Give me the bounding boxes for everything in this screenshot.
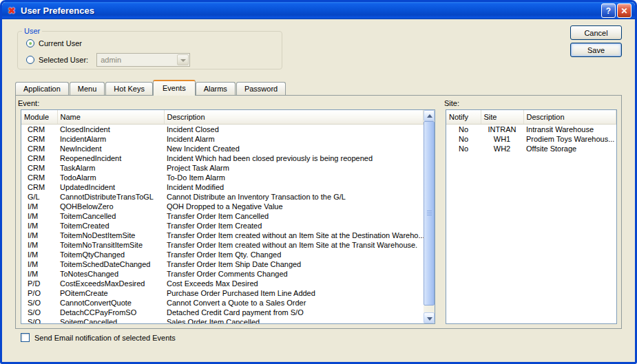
table-row[interactable]: I/MToitemNoTransitItemSiteTransfer Order… [21, 240, 424, 250]
column-header[interactable]: Module [21, 110, 57, 124]
table-cell: Cannot Distribute an Inventory Transacti… [164, 192, 424, 202]
chevron-down-icon [180, 59, 186, 62]
table-cell: No [446, 144, 481, 153]
selected-user-value: admin [101, 56, 121, 64]
table-cell: To-Do Item Alarm [164, 173, 424, 182]
table-row[interactable]: NoWH1Prodiem Toys Warehous... [446, 134, 616, 144]
arrow-down-icon [427, 317, 432, 321]
table-row[interactable]: I/MToitemNoDestItemSiteTransfer Order It… [21, 231, 424, 240]
table-cell: ToitemNoDestItemSite [57, 231, 164, 240]
selected-user-label[interactable]: Selected User: [39, 56, 88, 64]
table-cell: CRM [21, 163, 57, 173]
table-cell: ToitemCancelled [57, 211, 164, 221]
window-title: User Preferences [21, 6, 601, 16]
table-row[interactable]: NoINTRANIntransit Warehouse [446, 124, 616, 134]
table-cell: Transfer Order Item created without an I… [164, 231, 424, 240]
column-header[interactable]: Description [523, 110, 616, 124]
table-row[interactable]: S/OSoitemCancelledSales Order Item Cance… [21, 317, 424, 324]
table-cell: CRM [21, 134, 57, 144]
table-row[interactable]: P/DCostExceedsMaxDesiredCost Exceeds Max… [21, 279, 424, 288]
combo-dropdown-button[interactable] [177, 54, 189, 65]
table-row[interactable]: G/LCannotDistributeTransToGLCannot Distr… [21, 192, 424, 202]
table-row[interactable]: CRMClosedIncidentIncident Closed [21, 124, 424, 134]
table-cell: ToitemNoTransitItemSite [57, 240, 164, 250]
tab-alarms[interactable]: Alarms [196, 82, 236, 95]
table-row[interactable]: I/MQOHBelowZeroQOH Dropped to a Negative… [21, 202, 424, 211]
send-email-checkbox[interactable] [21, 333, 30, 342]
table-cell: ToNotesChanged [57, 269, 164, 279]
table-row[interactable]: I/MToitemCancelledTransfer Order Item Ca… [21, 211, 424, 221]
tab-events[interactable]: Events [153, 80, 196, 96]
table-cell: I/M [21, 202, 57, 211]
table-row[interactable]: CRMNewIncidentNew Incident Created [21, 144, 424, 153]
table-cell: Intransit Warehouse [523, 124, 616, 134]
table-cell: I/M [21, 250, 57, 259]
scroll-up-button[interactable] [424, 110, 435, 121]
table-row[interactable]: I/MToitemQtyChangedTransfer Order Item Q… [21, 250, 424, 259]
tab-menu[interactable]: Menu [70, 82, 105, 95]
table-cell: Transfer Order Item Ship Date Changed [164, 259, 424, 269]
table-row[interactable]: S/OCannotConvertQuoteCannot Convert a Qu… [21, 298, 424, 308]
tab-application[interactable]: Application [15, 82, 69, 95]
scroll-down-button[interactable] [424, 312, 435, 323]
table-row[interactable]: S/ODetachCCPayFromSODetached Credit Card… [21, 308, 424, 317]
table-cell: New Incident Created [164, 144, 424, 153]
close-button[interactable]: ✕ [617, 3, 631, 18]
table-cell: I/M [21, 269, 57, 279]
table-cell: Transfer Order Item Created [164, 221, 424, 231]
table-cell: CRM [21, 124, 57, 134]
current-user-label[interactable]: Current User [39, 39, 82, 47]
titlebar[interactable]: ✖ User Preferences ? ✕ [2, 2, 635, 19]
footer: Send Email notification of selected Even… [21, 333, 176, 342]
selected-user-combobox[interactable]: admin [96, 53, 190, 67]
table-cell: ToitemQtyChanged [57, 250, 164, 259]
events-scrollbar[interactable] [424, 110, 435, 323]
table-row[interactable]: CRMTodoAlarmTo-Do Item Alarm [21, 173, 424, 182]
table-cell: CostExceedsMaxDesired [57, 279, 164, 288]
current-user-radio[interactable] [26, 39, 34, 47]
table-cell: S/O [21, 317, 57, 324]
table-cell: CRM [21, 173, 57, 182]
scrollbar-thumb[interactable] [424, 121, 435, 306]
help-button[interactable]: ? [601, 3, 616, 18]
column-header[interactable]: Name [57, 110, 164, 124]
table-cell: G/L [21, 192, 57, 202]
table-cell: Transfer Order Item Cancelled [164, 211, 424, 221]
table-row[interactable]: CRMIncidentAlarmIncident Alarm [21, 134, 424, 144]
events-table: ModuleNameDescription CRMClosedIncidentI… [21, 109, 435, 324]
table-cell: Incident Closed [164, 124, 424, 134]
send-email-label[interactable]: Send Email notification of selected Even… [34, 334, 176, 342]
cancel-button[interactable]: Cancel [570, 25, 622, 40]
table-row[interactable]: CRMTaskAlarmProject Task Alarm [21, 163, 424, 173]
table-cell: CannotDistributeTransToGL [57, 192, 164, 202]
table-cell: TaskAlarm [57, 163, 164, 173]
table-row[interactable]: I/MToNotesChangedTransfer Order Comments… [21, 269, 424, 279]
column-header[interactable]: Notify [446, 110, 481, 124]
events-table-body: CRMClosedIncidentIncident ClosedCRMIncid… [21, 124, 424, 323]
table-cell: Project Task Alarm [164, 163, 424, 173]
table-row[interactable]: I/MToitemCreatedTransfer Order Item Crea… [21, 221, 424, 231]
table-cell: I/M [21, 259, 57, 269]
table-row[interactable]: NoWH2Offsite Storage [446, 144, 616, 153]
site-table-body: NoINTRANIntransit WarehouseNoWH1Prodiem … [446, 124, 616, 153]
table-cell: No [446, 134, 481, 144]
table-cell: Transfer Order Item created without an I… [164, 240, 424, 250]
table-cell: Purchase Order Purchased Item Line Added [164, 288, 424, 298]
tab-password[interactable]: Password [236, 82, 286, 95]
table-row[interactable]: I/MToitemSchedDateChangedTransfer Order … [21, 259, 424, 269]
table-row[interactable]: CRMReopenedIncidentIncident Which had be… [21, 153, 424, 163]
table-row[interactable]: CRMUpdatedIncidentIncident Modified [21, 182, 424, 192]
save-button[interactable]: Save [570, 43, 622, 57]
table-cell: WH2 [481, 144, 523, 153]
tab-hot-keys[interactable]: Hot Keys [105, 82, 153, 95]
dialog-body: User Current User Selected User: admin C… [2, 19, 635, 362]
table-row[interactable]: P/OPOitemCreatePurchase Order Purchased … [21, 288, 424, 298]
table-cell: I/M [21, 231, 57, 240]
events-header-row: ModuleNameDescription [21, 110, 424, 124]
column-header[interactable]: Site [481, 110, 523, 124]
column-header[interactable]: Description [164, 110, 424, 124]
site-label: Site: [444, 99, 459, 107]
table-cell: I/M [21, 211, 57, 221]
selected-user-radio[interactable] [26, 56, 34, 64]
table-cell: Cost Exceeds Max Desired [164, 279, 424, 288]
